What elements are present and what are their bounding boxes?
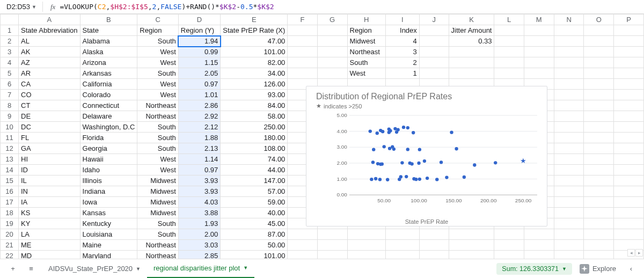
row-header[interactable]: 21 bbox=[1, 240, 19, 251]
scroll-left-icon[interactable]: ◂ bbox=[627, 249, 635, 257]
cell[interactable]: 44.00 bbox=[221, 165, 288, 175]
cell[interactable]: 2.92 bbox=[178, 111, 220, 122]
column-header[interactable]: C bbox=[137, 14, 179, 25]
cell[interactable]: 2.05 bbox=[178, 68, 220, 79]
cell[interactable] bbox=[584, 218, 614, 229]
cell[interactable] bbox=[554, 229, 584, 240]
cell[interactable]: 1.94 bbox=[178, 36, 220, 47]
column-header[interactable]: G bbox=[317, 14, 347, 25]
cell[interactable]: 0.97 bbox=[178, 79, 220, 90]
cell[interactable]: CT bbox=[19, 100, 80, 111]
cell[interactable] bbox=[524, 240, 554, 251]
cell[interactable]: State Abbreviation bbox=[19, 25, 80, 36]
cell[interactable] bbox=[288, 36, 317, 47]
cell[interactable]: Alaska bbox=[80, 47, 137, 57]
cell[interactable] bbox=[584, 133, 614, 143]
all-sheets-button[interactable]: ≡ bbox=[24, 261, 39, 276]
row-header[interactable]: 14 bbox=[1, 165, 19, 175]
cell[interactable]: IA bbox=[19, 197, 80, 208]
cell[interactable] bbox=[584, 122, 614, 133]
cell[interactable]: Idaho bbox=[80, 165, 137, 175]
cell[interactable] bbox=[584, 143, 614, 154]
cell[interactable] bbox=[449, 229, 494, 240]
cell[interactable] bbox=[584, 100, 614, 111]
cell[interactable] bbox=[554, 47, 584, 57]
cell[interactable] bbox=[317, 36, 347, 47]
cell[interactable] bbox=[614, 197, 644, 208]
cell[interactable]: 2.12 bbox=[178, 122, 220, 133]
cell[interactable]: 147.00 bbox=[221, 175, 288, 186]
cell[interactable]: 74.00 bbox=[221, 154, 288, 165]
cell[interactable] bbox=[584, 229, 614, 240]
cell[interactable] bbox=[494, 25, 524, 36]
cell[interactable]: Index bbox=[385, 25, 419, 36]
cell[interactable]: 2.86 bbox=[178, 100, 220, 111]
cell[interactable] bbox=[584, 165, 614, 175]
cell[interactable]: Hawaii bbox=[80, 154, 137, 165]
cell[interactable] bbox=[554, 186, 584, 197]
cell[interactable] bbox=[449, 47, 494, 57]
cell[interactable] bbox=[554, 218, 584, 229]
cell[interactable] bbox=[554, 175, 584, 186]
cell[interactable]: Northeast bbox=[137, 111, 179, 122]
chevron-down-icon[interactable]: ▼ bbox=[32, 4, 36, 10]
row-header[interactable]: 20 bbox=[1, 229, 19, 240]
cell[interactable]: 1.88 bbox=[178, 133, 220, 143]
cell[interactable]: South bbox=[137, 36, 179, 47]
row-header[interactable]: 19 bbox=[1, 218, 19, 229]
cell[interactable] bbox=[554, 122, 584, 133]
cell[interactable]: 40.00 bbox=[221, 208, 288, 218]
cell[interactable]: 2 bbox=[385, 57, 419, 68]
cell[interactable]: 1.15 bbox=[178, 57, 220, 68]
cell[interactable]: Midwest bbox=[137, 197, 179, 208]
cell[interactable] bbox=[554, 111, 584, 122]
cell[interactable] bbox=[524, 47, 554, 57]
cell[interactable]: Northeast bbox=[347, 47, 385, 57]
cell[interactable]: HI bbox=[19, 154, 80, 165]
cell[interactable] bbox=[554, 133, 584, 143]
cell[interactable] bbox=[419, 68, 449, 79]
cell[interactable]: 58.00 bbox=[221, 111, 288, 122]
formula-input[interactable]: =VLOOKUP(C2,$H$2:$I$5,2,FALSE)+RAND()*$K… bbox=[60, 3, 641, 11]
cell[interactable]: South bbox=[137, 229, 179, 240]
cell[interactable] bbox=[494, 240, 524, 251]
cell[interactable]: DC bbox=[19, 122, 80, 133]
cell[interactable]: ID bbox=[19, 165, 80, 175]
cell[interactable]: South bbox=[137, 122, 179, 133]
cell[interactable]: Indiana bbox=[80, 186, 137, 197]
row-header[interactable]: 1 bbox=[1, 25, 19, 36]
cell[interactable] bbox=[584, 251, 614, 259]
cell[interactable] bbox=[419, 57, 449, 68]
collapse-side-panel-button[interactable]: ‹ bbox=[624, 261, 639, 276]
cell[interactable] bbox=[347, 251, 385, 259]
cell[interactable] bbox=[449, 68, 494, 79]
cell[interactable]: 2.13 bbox=[178, 143, 220, 154]
cell[interactable] bbox=[524, 25, 554, 36]
cell[interactable]: Maine bbox=[80, 240, 137, 251]
column-header[interactable]: F bbox=[288, 14, 317, 25]
cell[interactable]: Midwest bbox=[137, 175, 179, 186]
cell[interactable] bbox=[524, 68, 554, 79]
cell[interactable] bbox=[584, 68, 614, 79]
sheet-tab[interactable]: AIDSVu_State_PrEP_2020▼ bbox=[42, 259, 147, 279]
column-header[interactable]: M bbox=[524, 14, 554, 25]
row-header[interactable]: 8 bbox=[1, 100, 19, 111]
cell[interactable] bbox=[614, 100, 644, 111]
cell[interactable]: 2.85 bbox=[178, 251, 220, 259]
cell[interactable] bbox=[614, 47, 644, 57]
cell[interactable] bbox=[288, 251, 317, 259]
cell[interactable] bbox=[614, 218, 644, 229]
cell[interactable] bbox=[317, 251, 347, 259]
cell[interactable]: 4 bbox=[385, 36, 419, 47]
cell[interactable] bbox=[385, 240, 419, 251]
cell[interactable]: West bbox=[137, 154, 179, 165]
cell[interactable] bbox=[614, 133, 644, 143]
row-header[interactable]: 11 bbox=[1, 133, 19, 143]
cell[interactable]: 93.00 bbox=[221, 90, 288, 100]
row-header[interactable]: 12 bbox=[1, 143, 19, 154]
cell[interactable]: Louisiana bbox=[80, 229, 137, 240]
cell[interactable]: MD bbox=[19, 251, 80, 259]
cell[interactable] bbox=[614, 25, 644, 36]
cell[interactable]: Arizona bbox=[80, 57, 137, 68]
cell[interactable] bbox=[288, 47, 317, 57]
